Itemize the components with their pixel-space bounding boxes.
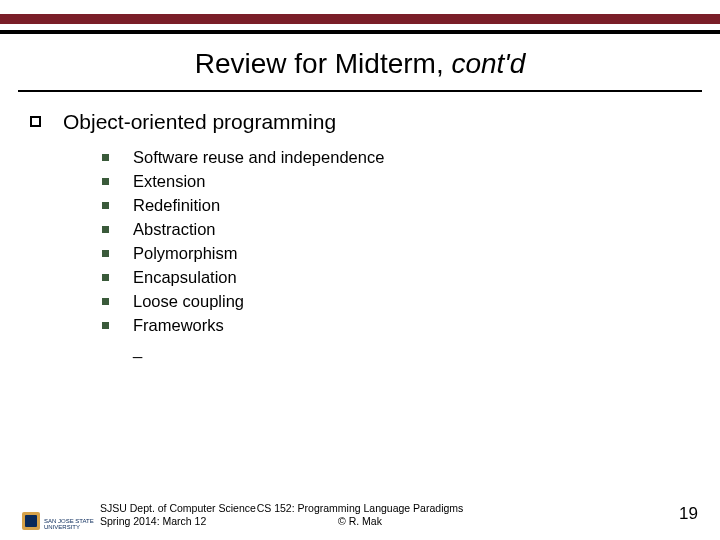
list-item-label: Abstraction xyxy=(133,220,216,239)
list-item-label: Frameworks xyxy=(133,316,224,335)
body: Object-oriented programming Software reu… xyxy=(30,110,690,359)
bar-white-top xyxy=(0,0,720,14)
list-item: Polymorphism xyxy=(102,244,690,263)
footer: SAN JOSE STATE UNIVERSITY SJSU Dept. of … xyxy=(0,490,720,530)
page-number: 19 xyxy=(679,504,698,524)
bar-maroon xyxy=(0,14,720,24)
small-square-bullet-icon xyxy=(102,274,109,281)
small-square-bullet-icon xyxy=(102,154,109,161)
bar-black xyxy=(0,30,720,34)
title-rule xyxy=(18,90,702,92)
list-item-label: Encapsulation xyxy=(133,268,237,287)
list-item: Loose coupling xyxy=(102,292,690,311)
small-square-bullet-icon xyxy=(102,178,109,185)
footer-center: CS 152: Programming Language Paradigms ©… xyxy=(0,502,720,528)
small-square-bullet-icon xyxy=(102,202,109,209)
small-square-bullet-icon xyxy=(102,298,109,305)
footer-center-line1: CS 152: Programming Language Paradigms xyxy=(0,502,720,515)
small-square-bullet-icon xyxy=(102,226,109,233)
list-item-label: Loose coupling xyxy=(133,292,244,311)
section-row: Object-oriented programming xyxy=(30,110,690,134)
title-italic: cont'd xyxy=(451,48,525,79)
trailing-underscore: _ xyxy=(133,340,690,359)
item-list: Software reuse and independence Extensio… xyxy=(102,148,690,359)
list-item-label: Redefinition xyxy=(133,196,220,215)
list-item-label: Software reuse and independence xyxy=(133,148,384,167)
square-bullet-icon xyxy=(30,116,41,127)
list-item: Redefinition xyxy=(102,196,690,215)
header-bars xyxy=(0,0,720,34)
small-square-bullet-icon xyxy=(102,250,109,257)
page-title: Review for Midterm, cont'd xyxy=(0,48,720,80)
title-main: Review for Midterm, xyxy=(195,48,452,79)
small-square-bullet-icon xyxy=(102,322,109,329)
section-heading: Object-oriented programming xyxy=(63,110,336,134)
list-item-label: Extension xyxy=(133,172,205,191)
list-item: Extension xyxy=(102,172,690,191)
list-item: Software reuse and independence xyxy=(102,148,690,167)
list-item: Encapsulation xyxy=(102,268,690,287)
list-item-label: Polymorphism xyxy=(133,244,238,263)
list-item: Frameworks xyxy=(102,316,690,335)
list-item: Abstraction xyxy=(102,220,690,239)
footer-center-line2: © R. Mak xyxy=(0,515,720,528)
title-wrap: Review for Midterm, cont'd xyxy=(0,48,720,80)
slide: Review for Midterm, cont'd Object-orient… xyxy=(0,0,720,540)
